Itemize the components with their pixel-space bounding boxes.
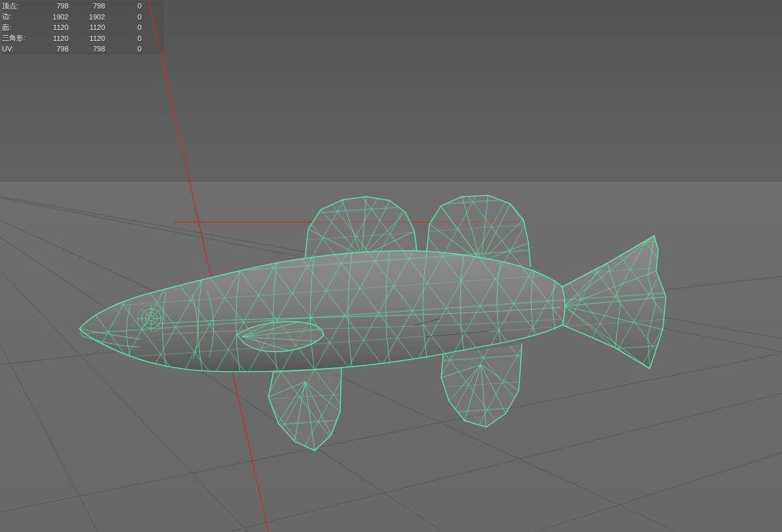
stat-other: 0 xyxy=(138,35,160,42)
stat-label: 边: xyxy=(2,12,41,21)
stat-other: 0 xyxy=(138,45,160,53)
stat-other: 0 xyxy=(138,2,160,10)
stat-selected: 798 xyxy=(68,2,105,10)
stat-label: 面: xyxy=(2,23,41,33)
stat-total: 1902 xyxy=(41,13,68,21)
stat-other: 0 xyxy=(138,23,160,31)
stat-other: 0 xyxy=(138,13,160,21)
polycount-hud: 顶点: 798 798 0 边: 1902 1902 0 面: 1120 112… xyxy=(2,1,164,55)
stat-label: 三角形: xyxy=(2,33,41,43)
stat-row-triangles: 三角形: 1120 1120 0 xyxy=(2,33,164,44)
stat-selected: 1902 xyxy=(68,13,105,21)
stat-row-vertices: 顶点: 798 798 0 xyxy=(2,1,164,12)
stat-label: UV: xyxy=(2,45,41,53)
stat-selected: 1120 xyxy=(68,35,105,42)
stat-label: 顶点: xyxy=(2,1,41,11)
stat-total: 798 xyxy=(41,45,68,53)
stat-row-faces: 面: 1120 1120 0 xyxy=(2,22,164,33)
stat-row-uv: UV: 798 798 0 xyxy=(2,44,164,55)
stat-total: 798 xyxy=(41,2,68,10)
stat-row-edges: 边: 1902 1902 0 xyxy=(2,12,164,23)
stat-total: 1120 xyxy=(41,35,68,42)
stat-selected: 798 xyxy=(68,45,105,53)
stat-total: 1120 xyxy=(41,23,68,31)
3d-viewport[interactable]: 顶点: 798 798 0 边: 1902 1902 0 面: 1120 112… xyxy=(0,0,782,532)
scene-canvas[interactable] xyxy=(0,0,782,532)
stat-selected: 1120 xyxy=(68,23,105,31)
